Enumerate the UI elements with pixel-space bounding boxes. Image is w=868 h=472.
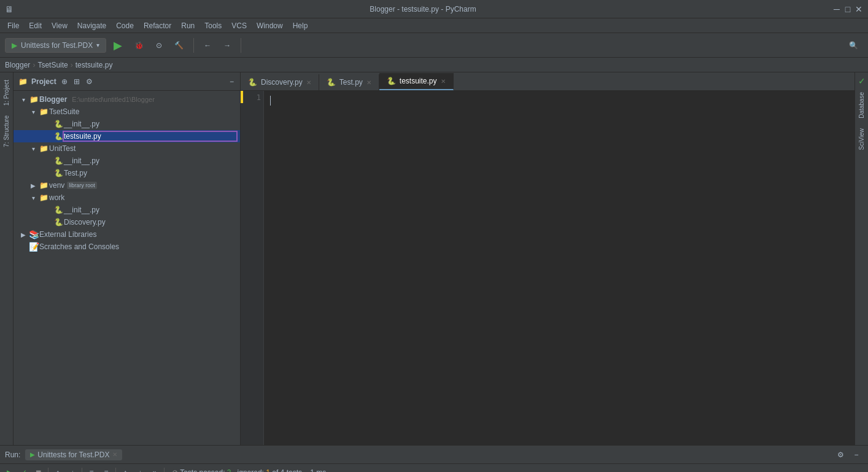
python-icon-testsuite: 🐍 bbox=[53, 131, 64, 141]
menu-item-vcs[interactable]: VCS bbox=[227, 20, 252, 31]
tab-icon-discovery: 🐍 bbox=[248, 78, 257, 87]
tab-testsuite[interactable]: 🐍 testsuite.py ✕ bbox=[379, 73, 454, 90]
tree-arrow-init-3 bbox=[43, 205, 53, 215]
tree-item-init-3[interactable]: 🐍 __init__.py bbox=[14, 204, 240, 216]
right-sidebar: ✓ Database SciView bbox=[854, 72, 868, 445]
tests-ignored-label: , ignored: bbox=[233, 468, 266, 473]
left-gutter: 1: Project 7: Structure bbox=[0, 72, 14, 445]
add-content-button[interactable]: ⊕ bbox=[60, 76, 69, 87]
forward-button[interactable]: → bbox=[219, 39, 236, 52]
menu-item-view[interactable]: View bbox=[47, 20, 72, 31]
run-button[interactable]: ▶ bbox=[109, 36, 127, 55]
coverage-button[interactable]: ⊙ bbox=[151, 39, 167, 52]
tab-label-testsuite: testsuite.py bbox=[400, 77, 437, 85]
breadcrumb-sep-1: › bbox=[33, 61, 35, 69]
menu-item-help[interactable]: Help bbox=[288, 20, 313, 31]
menu-item-code[interactable]: Code bbox=[111, 20, 139, 31]
title-bar-left: 🖥 bbox=[5, 4, 14, 14]
tree-item-test-py[interactable]: 🐍 Test.py bbox=[14, 167, 240, 179]
sciview-sidebar-label[interactable]: SciView bbox=[858, 123, 865, 155]
tree-label-work: work bbox=[49, 193, 64, 202]
filter-settings-button[interactable]: ≡ bbox=[99, 466, 113, 473]
tests-total-label: of 4 tests – 1 ms bbox=[272, 468, 326, 473]
minimize-panel-button[interactable]: − bbox=[228, 76, 235, 87]
run-tool-sep-3 bbox=[115, 468, 116, 473]
settings-button[interactable]: ⚙ bbox=[85, 76, 94, 87]
menu-item-edit[interactable]: Edit bbox=[24, 20, 47, 31]
breadcrumb-sep-2: › bbox=[71, 61, 73, 69]
more-actions-button[interactable]: » bbox=[148, 466, 161, 473]
filter-button[interactable]: ≡ bbox=[85, 466, 98, 473]
cursor-line bbox=[270, 96, 850, 106]
run-stop-button[interactable]: ⏹ bbox=[32, 466, 45, 473]
editor-content[interactable]: 1 bbox=[241, 91, 854, 445]
tree-item-unittest[interactable]: ▾ 📁 UnitTest bbox=[14, 142, 240, 155]
tab-test[interactable]: 🐍 Test.py ✕ bbox=[319, 74, 379, 90]
structure-sidebar-toggle[interactable]: 7: Structure bbox=[3, 110, 10, 152]
project-sidebar-toggle[interactable]: 1: Project bbox=[3, 75, 10, 110]
menu-item-run[interactable]: Run bbox=[176, 20, 200, 31]
run-minimize-button[interactable]: − bbox=[850, 448, 863, 462]
tree-item-blogger[interactable]: ▾ 📁 Blogger E:\untitled\untitled1\Blogge… bbox=[14, 93, 240, 106]
scroll-down-button[interactable]: ↓ bbox=[133, 466, 147, 473]
menu-item-tools[interactable]: Tools bbox=[200, 20, 227, 31]
tree-item-init-1[interactable]: 🐍 __init__.py bbox=[14, 118, 240, 130]
menu-item-refactor[interactable]: Refactor bbox=[139, 20, 176, 31]
tree-item-external-libs[interactable]: ▶ 📚 External Libraries bbox=[14, 228, 240, 241]
run-tool-sep-4 bbox=[164, 468, 165, 473]
run-panel-controls: ⚙ − bbox=[834, 448, 863, 462]
menu-item-file[interactable]: File bbox=[2, 20, 24, 31]
build-button[interactable]: 🔨 bbox=[169, 39, 188, 52]
breadcrumb-tsetsuite[interactable]: TsetSuite bbox=[37, 61, 68, 69]
tab-close-test[interactable]: ✕ bbox=[366, 79, 371, 86]
breadcrumb-blogger[interactable]: Blogger bbox=[5, 61, 30, 69]
menu-item-window[interactable]: Window bbox=[252, 20, 288, 31]
menu-item-navigate[interactable]: Navigate bbox=[72, 20, 111, 31]
venv-badge: library root bbox=[67, 182, 97, 189]
run-toolbar: ▶ ✓ ⏹ ↑ ↓ ≡ ≡ ↑ ↓ » ⊘ Tests passed: 3 , … bbox=[0, 464, 868, 472]
run-check-button[interactable]: ✓ bbox=[17, 466, 31, 473]
layout-button[interactable]: ⊞ bbox=[72, 76, 81, 87]
tab-discovery[interactable]: 🐍 Discovery.py ✕ bbox=[241, 74, 319, 90]
tree-item-testsuite[interactable]: 🐍 testsuite.py bbox=[14, 130, 240, 142]
editor-body[interactable] bbox=[265, 93, 854, 108]
tree-path-blogger: E:\untitled\untitled1\Blogger bbox=[72, 96, 155, 103]
debug-button[interactable]: 🐞 bbox=[130, 39, 149, 52]
minimize-button[interactable]: ─ bbox=[832, 5, 841, 14]
tab-icon-testsuite: 🐍 bbox=[387, 77, 396, 85]
app-icon: 🖥 bbox=[5, 4, 14, 14]
tree-label-blogger: Blogger bbox=[39, 95, 67, 104]
python-icon-test-py: 🐍 bbox=[53, 168, 64, 178]
run-play-button[interactable]: ▶ bbox=[2, 466, 16, 473]
back-button[interactable]: ← bbox=[199, 39, 216, 52]
run-tab-close[interactable]: ✕ bbox=[112, 451, 117, 458]
tab-close-discovery[interactable]: ✕ bbox=[306, 79, 311, 86]
tab-close-testsuite[interactable]: ✕ bbox=[441, 78, 446, 85]
toolbar-sep-2 bbox=[241, 38, 241, 53]
breadcrumb-testsuite[interactable]: testsuite.py bbox=[76, 61, 113, 69]
scroll-up-button[interactable]: ↑ bbox=[118, 466, 132, 473]
tree-item-work[interactable]: ▾ 📁 work bbox=[14, 192, 240, 204]
tree-item-venv[interactable]: ▶ 📁 venv library root bbox=[14, 179, 240, 192]
tree-item-scratches[interactable]: 📝 Scratches and Consoles bbox=[14, 241, 240, 253]
run-config-selector[interactable]: ▶ Unittests for Test.PDX ▾ bbox=[5, 38, 106, 53]
database-sidebar-label[interactable]: Database bbox=[858, 87, 865, 123]
tests-passed-label: Tests passed: bbox=[180, 468, 227, 473]
tree-item-init-2[interactable]: 🐍 __init__.py bbox=[14, 155, 240, 167]
sort-asc-button[interactable]: ↑ bbox=[51, 466, 64, 473]
python-icon-init-3: 🐍 bbox=[53, 205, 64, 215]
maximize-button[interactable]: □ bbox=[843, 5, 852, 14]
tree-arrow-tsetsuite: ▾ bbox=[28, 107, 38, 117]
tabs-bar: 🐍 Discovery.py ✕ 🐍 Test.py ✕ 🐍 testsuite… bbox=[241, 72, 854, 91]
tree-item-tsetsuite[interactable]: ▾ 📁 TsetSuite bbox=[14, 106, 240, 118]
run-settings-button[interactable]: ⚙ bbox=[834, 448, 847, 462]
tree-arrow-init-1 bbox=[43, 119, 53, 129]
close-button[interactable]: ✕ bbox=[854, 5, 863, 14]
text-cursor bbox=[270, 96, 271, 106]
run-tool-sep-2 bbox=[82, 468, 82, 473]
line-numbers: 1 bbox=[241, 91, 264, 445]
search-everywhere-button[interactable]: 🔍 bbox=[844, 39, 863, 52]
run-tab-unittests[interactable]: ▶ Unittests for Test.PDX ✕ bbox=[25, 449, 122, 460]
sort-desc-button[interactable]: ↓ bbox=[66, 466, 79, 473]
tree-item-discovery-py[interactable]: 🐍 Discovery.py bbox=[14, 216, 240, 228]
